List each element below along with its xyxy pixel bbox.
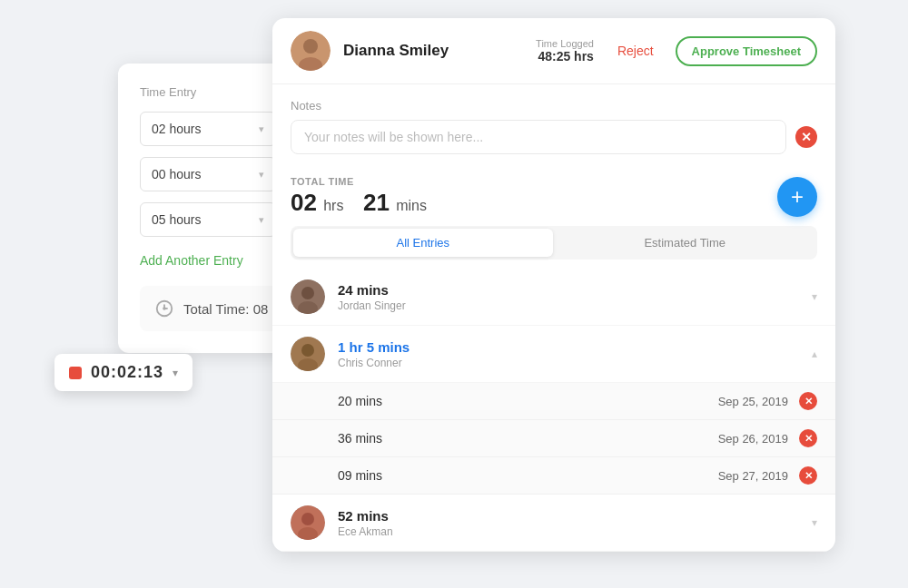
entry-name-jordan: Jordan Singer	[338, 299, 799, 312]
chevron-down-icon: ▾	[259, 169, 264, 181]
sub-entries-chris: 20 mins Sep 25, 2019 ✕ 36 mins Sep 26, 2…	[272, 383, 835, 495]
entry-ece-akman[interactable]: 52 mins Ece Akman ▾	[272, 495, 835, 552]
svg-point-3	[163, 308, 165, 309]
svg-point-8	[301, 287, 314, 299]
time-logged-label: Time Logged	[536, 38, 594, 49]
add-time-button[interactable]: +	[777, 177, 817, 217]
entry-time-jordan: 24 mins	[338, 282, 799, 298]
notes-input[interactable]: Your notes will be shown here...	[291, 120, 786, 154]
clear-notes-button[interactable]: ✕	[795, 126, 817, 148]
delete-sub-entry-3[interactable]: ✕	[799, 466, 817, 485]
entry-name-ece: Ece Akman	[338, 525, 799, 538]
tab-all-entries[interactable]: All Entries	[293, 229, 553, 257]
approve-button[interactable]: Approve Timesheet	[676, 36, 817, 66]
main-card: Dianna Smiley Time Logged 48:25 hrs Reje…	[272, 18, 835, 552]
hours-select-1[interactable]: 02 hours ▾	[140, 112, 276, 146]
timer-display: 00:02:13	[91, 363, 163, 382]
notes-label: Notes	[291, 99, 817, 113]
svg-point-5	[303, 39, 318, 54]
sub-entry-time-3: 09 mins	[338, 468, 382, 483]
time-logged-block: Time Logged 48:25 hrs	[536, 38, 594, 64]
total-time-title: TOTAL TIME	[291, 176, 427, 187]
tab-estimated-time[interactable]: Estimated Time	[556, 229, 815, 257]
clock-icon	[154, 299, 174, 318]
entry-chris-conner[interactable]: 1 hr 5 mins Chris Conner ▴	[272, 326, 835, 383]
entry-info-chris: 1 hr 5 mins Chris Conner	[338, 339, 799, 369]
chevron-down-icon: ▾	[259, 214, 264, 226]
entry-time-ece: 52 mins	[338, 508, 799, 524]
sub-entry-date-1: Sep 25, 2019	[382, 395, 788, 408]
notes-section: Notes Your notes will be shown here... ✕	[272, 84, 835, 165]
chevron-up-icon: ▴	[812, 348, 817, 360]
timer-widget: 00:02:13 ▾	[54, 354, 192, 391]
sub-entry-2: 36 mins Sep 26, 2019 ✕	[272, 420, 835, 457]
sub-entry-date-2: Sep 26, 2019	[382, 432, 788, 446]
total-time-value: 02 hrs 21 mins	[291, 189, 427, 217]
sub-entry-3: 09 mins Sep 27, 2019 ✕	[272, 457, 835, 495]
timer-dot	[69, 367, 82, 379]
svg-point-14	[301, 513, 314, 525]
avatar-jordan-singer	[291, 279, 325, 314]
avatar	[291, 31, 331, 71]
sub-entry-time-2: 36 mins	[338, 431, 382, 446]
tabs-row: All Entries Estimated Time	[291, 226, 817, 260]
delete-sub-entry-2[interactable]: ✕	[799, 429, 817, 447]
chevron-down-icon: ▾	[812, 516, 817, 529]
delete-sub-entry-1[interactable]: ✕	[799, 392, 817, 410]
notes-placeholder: Your notes will be shown here...	[304, 130, 483, 144]
entry-name-chris: Chris Conner	[338, 357, 799, 369]
hours-select-3[interactable]: 05 hours ▾	[140, 202, 276, 237]
avatar-ece-akman	[291, 505, 325, 540]
user-name: Dianna Smiley	[343, 42, 523, 60]
entry-jordan-singer[interactable]: 24 mins Jordan Singer ▾	[272, 269, 835, 326]
time-logged-value: 48:25 hrs	[538, 49, 593, 64]
entry-info-jordan: 24 mins Jordan Singer	[338, 282, 799, 312]
sub-entry-time-1: 20 mins	[338, 394, 382, 408]
card-header: Dianna Smiley Time Logged 48:25 hrs Reje…	[272, 18, 835, 84]
user-info: Dianna Smiley	[343, 42, 523, 60]
reject-button[interactable]: Reject	[617, 44, 654, 58]
svg-point-11	[301, 344, 314, 357]
entry-time-chris: 1 hr 5 mins	[338, 339, 799, 355]
hours-select-2[interactable]: 00 hours ▾	[140, 157, 276, 191]
notes-input-row: Your notes will be shown here... ✕	[291, 120, 817, 154]
chevron-down-icon: ▾	[259, 123, 264, 135]
add-entry-link[interactable]: Add Another Entry	[140, 253, 243, 268]
avatar-chris-conner	[291, 337, 325, 371]
entry-info-ece: 52 mins Ece Akman	[338, 508, 799, 538]
chevron-down-icon: ▾	[812, 290, 817, 303]
entries-list: 24 mins Jordan Singer ▾ 1 hr 5 mins Chri…	[272, 269, 835, 552]
sub-entry-date-3: Sep 27, 2019	[382, 469, 788, 483]
total-time-info: TOTAL TIME 02 hrs 21 mins	[291, 176, 427, 217]
timer-chevron-icon[interactable]: ▾	[173, 367, 178, 379]
sub-entry-1: 20 mins Sep 25, 2019 ✕	[272, 383, 835, 420]
total-time-block: TOTAL TIME 02 hrs 21 mins +	[272, 165, 835, 226]
